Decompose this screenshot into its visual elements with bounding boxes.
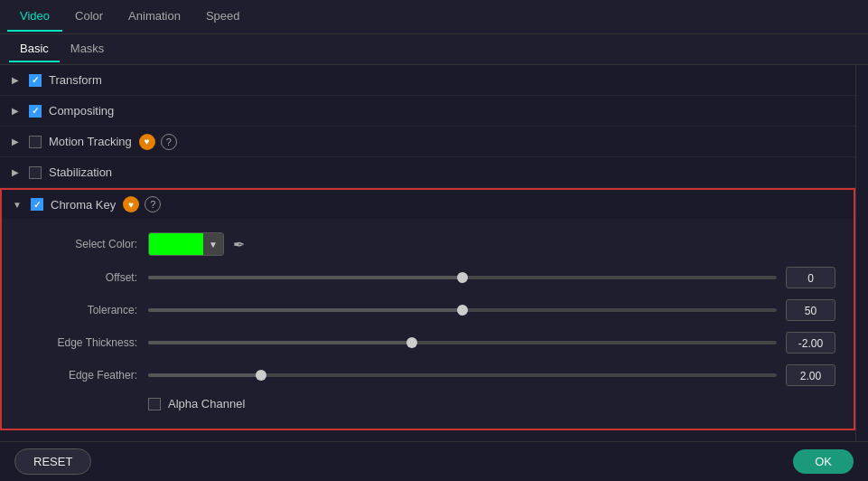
compositing-checkbox[interactable] [29,105,42,118]
section-stabilization[interactable]: ▶ Stabilization [0,157,855,188]
edge-feather-slider[interactable] [148,373,777,377]
reset-button[interactable]: RESET [14,448,91,475]
tab-color[interactable]: Color [62,2,116,32]
tolerance-label: Tolerance: [20,304,137,316]
tolerance-row: Tolerance: 50 [20,299,835,321]
motion-tracking-label: Motion Tracking [49,135,132,148]
select-color-label: Select Color: [20,238,137,250]
edge-feather-label: Edge Feather: [20,369,137,382]
motion-tracking-pro-icon: ♥ [139,134,155,150]
offset-value[interactable]: 0 [786,267,835,288]
tolerance-value[interactable]: 50 [786,299,835,321]
edge-feather-slider-track[interactable] [148,373,777,377]
motion-tracking-checkbox[interactable] [29,136,42,148]
offset-row: Offset: 0 [20,267,835,288]
ok-button[interactable]: OK [793,449,854,474]
alpha-channel-checkbox[interactable] [148,398,161,410]
edge-feather-value[interactable]: 2.00 [786,364,835,386]
compositing-label: Compositing [49,104,114,118]
edge-thickness-slider-track[interactable] [148,341,777,344]
chroma-key-arrow-icon: ▼ [11,198,23,211]
color-swatch-container[interactable]: ▼ [148,232,224,256]
section-motion-tracking[interactable]: ▶ Motion Tracking ♥ ? [0,127,855,157]
motion-tracking-arrow-icon: ▶ [9,136,22,148]
section-transform[interactable]: ▶ Transform [0,65,855,96]
tolerance-slider-track[interactable] [148,308,777,312]
motion-tracking-help-icon[interactable]: ? [161,134,177,150]
transform-checkbox[interactable] [29,74,42,87]
edge-thickness-label: Edge Thickness: [20,336,137,349]
chroma-key-expanded: Select Color: ▼ ✒ Offset: [0,219,855,430]
chroma-key-pro-icon: ♥ [123,196,139,212]
alpha-channel-row: Alpha Channel [148,397,835,410]
main-content: ▶ Transform ▶ Compositing ▶ Motion Track… [0,65,868,441]
transform-label: Transform [49,73,102,87]
transform-arrow-icon: ▶ [9,74,22,87]
color-dropdown-arrow-icon[interactable]: ▼ [203,233,223,255]
chroma-key-label: Chroma Key [51,198,116,212]
tab-speed[interactable]: Speed [193,2,253,32]
compositing-arrow-icon: ▶ [9,105,22,118]
alpha-channel-label: Alpha Channel [168,397,245,410]
stabilization-checkbox[interactable] [29,166,42,179]
subtab-bar: Basic Masks [0,34,868,65]
color-selector[interactable]: ▼ ✒ [148,232,245,256]
offset-slider[interactable] [148,276,777,279]
edge-thickness-slider[interactable] [148,341,777,344]
stabilization-arrow-icon: ▶ [9,166,22,179]
tab-animation[interactable]: Animation [116,2,193,32]
edge-thickness-row: Edge Thickness: -2.00 [20,332,835,354]
tolerance-slider[interactable] [148,308,777,312]
select-color-row: Select Color: ▼ ✒ [20,232,835,256]
section-chroma-key[interactable]: ▼ Chroma Key ♥ ? [0,188,855,219]
stabilization-label: Stabilization [49,165,112,179]
chroma-key-checkbox[interactable] [31,198,43,211]
subtab-masks[interactable]: Masks [60,36,116,62]
tab-bar: Video Color Animation Speed [0,0,868,34]
offset-slider-track[interactable] [148,276,777,279]
edge-thickness-value[interactable]: -2.00 [786,332,835,354]
offset-label: Offset: [20,271,137,284]
eyedropper-icon[interactable]: ✒ [233,236,245,253]
section-compositing[interactable]: ▶ Compositing [0,96,855,127]
left-panel: ▶ Transform ▶ Compositing ▶ Motion Track… [0,65,855,441]
bottom-bar: RESET OK [0,441,868,481]
edge-feather-row: Edge Feather: 2.00 [20,364,835,386]
subtab-basic[interactable]: Basic [9,36,60,62]
scrollbar[interactable] [855,65,868,441]
tab-video[interactable]: Video [7,2,62,32]
chroma-key-help-icon[interactable]: ? [145,196,161,212]
color-swatch[interactable] [149,233,203,255]
